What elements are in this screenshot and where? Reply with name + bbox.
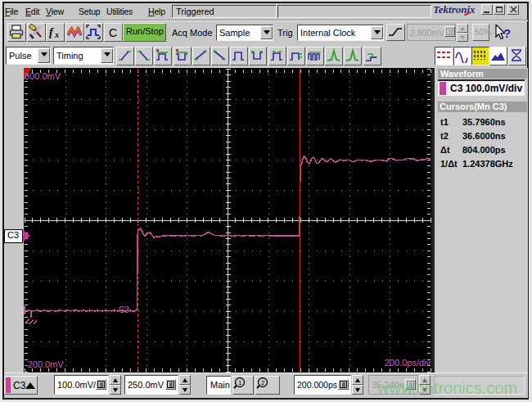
- svg-text:C: C: [109, 26, 117, 39]
- svg-text:2: 2: [261, 379, 265, 386]
- svg-text:?: ?: [503, 26, 511, 40]
- svg-text:x: x: [54, 30, 59, 39]
- svg-text:C3: C3: [119, 305, 129, 314]
- svg-text:1: 1: [238, 379, 242, 386]
- svg-text:-200.0mV: -200.0mV: [25, 359, 64, 369]
- svg-text:200.0ps/div: 200.0ps/div: [385, 358, 431, 368]
- svg-text:f: f: [49, 26, 54, 38]
- svg-text:800.0mV: 800.0mV: [25, 71, 61, 81]
